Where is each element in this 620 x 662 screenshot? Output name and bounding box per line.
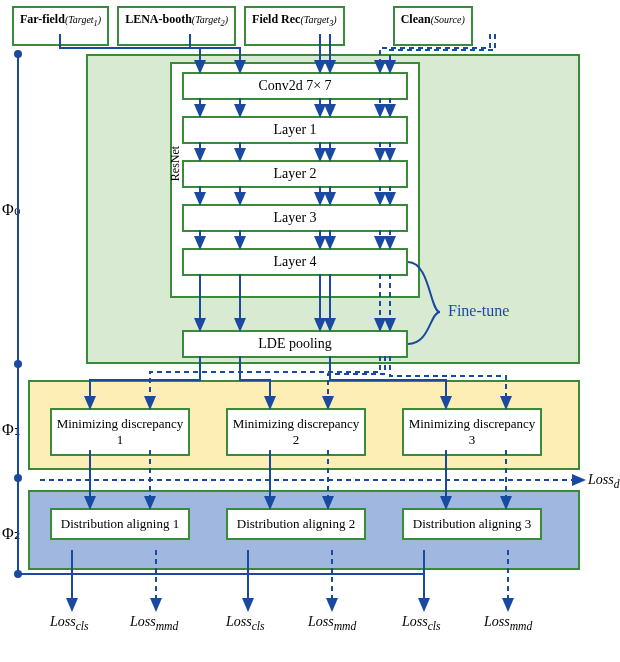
input-lena-booth: LENA-booth(Target2)	[117, 6, 236, 46]
loss-mmd-3: Lossmmd	[484, 614, 532, 633]
dist-align-3: Distribution aligning 3	[402, 508, 542, 540]
phi-2: Φ₂	[2, 524, 20, 543]
dist-align-2: Distribution aligning 2	[226, 508, 366, 540]
layer-conv2d: Conv2d 7× 7	[182, 72, 408, 100]
loss-mmd-2: Lossmmd	[308, 614, 356, 633]
resnet-label: ResNet	[168, 146, 183, 181]
svg-point-2	[14, 360, 22, 368]
input-sub: (Target2)	[192, 14, 228, 25]
input-label: LENA-booth	[125, 12, 192, 26]
loss-dis: Lossdis	[588, 472, 620, 491]
input-field-rec: Field Rec(Target3)	[244, 6, 345, 46]
input-label: Clean	[401, 12, 431, 26]
input-sub: (Source)	[431, 14, 465, 25]
layer-3: Layer 3	[182, 204, 408, 232]
input-row: Far-field(Target1) LENA-booth(Target2) F…	[0, 6, 620, 46]
phi-1: Φ₁	[2, 420, 20, 439]
svg-point-1	[14, 50, 22, 58]
layer-2: Layer 2	[182, 160, 408, 188]
input-sub: (Target1)	[65, 14, 101, 25]
loss-mmd-1: Lossmmd	[130, 614, 178, 633]
min-disc-3: Minimizing discrepancy 3	[402, 408, 542, 456]
layer-1: Layer 1	[182, 116, 408, 144]
lde-pooling: LDE pooling	[182, 330, 408, 358]
dist-align-1: Distribution aligning 1	[50, 508, 190, 540]
min-disc-1: Minimizing discrepancy 1	[50, 408, 190, 456]
input-sub: (Target3)	[300, 14, 336, 25]
svg-point-3	[14, 474, 22, 482]
input-label: Far-field	[20, 12, 65, 26]
loss-cls-3: Losscls	[402, 614, 441, 633]
finetune-label: Fine-tune	[448, 302, 509, 320]
input-label: Field Rec	[252, 12, 300, 26]
input-clean: Clean(Source)	[393, 6, 473, 46]
input-far-field: Far-field(Target1)	[12, 6, 109, 46]
loss-cls-2: Losscls	[226, 614, 265, 633]
phi-0: Φ₀	[2, 200, 20, 219]
layer-4: Layer 4	[182, 248, 408, 276]
svg-point-4	[14, 570, 22, 578]
loss-cls-1: Losscls	[50, 614, 89, 633]
min-disc-2: Minimizing discrepancy 2	[226, 408, 366, 456]
